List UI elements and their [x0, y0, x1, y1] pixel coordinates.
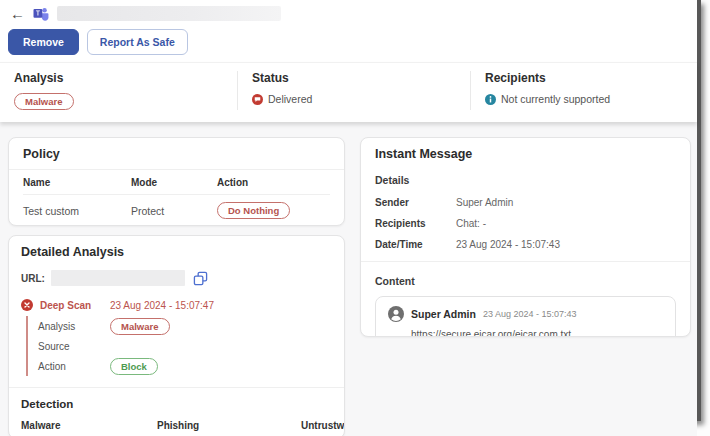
recipients-field: Recipients Chat: - [375, 213, 676, 234]
policy-col-mode: Mode [131, 177, 217, 188]
instant-message-card: Instant Message Details Sender Super Adm… [360, 137, 691, 337]
delivered-status-icon [252, 94, 263, 105]
scan-malware-badge: Malware [110, 318, 170, 335]
policy-title: Policy [9, 147, 344, 161]
scan-source-label: Source [38, 341, 110, 352]
details-label: Details [375, 174, 676, 186]
scan-analysis-row: Analysis Malware [38, 316, 332, 336]
recipients-value: Chat: - [456, 218, 676, 229]
app-window: ← Remove Report As Safe Analysis Malware… [0, 0, 701, 421]
scan-block-badge: Block [110, 358, 158, 375]
instant-message-title: Instant Message [375, 147, 676, 161]
detection-title: Detection [21, 398, 332, 410]
scan-action-row: Action Block [38, 356, 332, 376]
detailed-analysis-title: Detailed Analysis [21, 245, 332, 259]
message-author: Super Admin [411, 308, 476, 320]
status-value: Delivered [268, 93, 312, 105]
back-arrow-icon[interactable]: ← [10, 6, 25, 21]
datetime-value: 23 Aug 2024 - 15:07:43 [456, 239, 676, 250]
deep-scan-header: Deep Scan 23 Aug 2024 - 15:07:47 [21, 299, 332, 311]
details-fields: Sender Super Admin Recipients Chat: - Da… [375, 192, 676, 255]
summary-band: Analysis Malware Status Delivered Recipi… [0, 62, 697, 122]
scan-action-label: Action [38, 361, 110, 372]
policy-table-header: Name Mode Action [23, 170, 330, 195]
policy-card: Policy Name Mode Action Test custom Prot… [8, 137, 345, 226]
content-label: Content [375, 275, 676, 287]
copy-url-icon[interactable] [193, 271, 208, 286]
summary-recipients: Recipients Not currently supported [470, 71, 697, 110]
message-text: https://secure.eicar.org/eicar.com.txt [411, 329, 663, 337]
remove-button[interactable]: Remove [8, 29, 79, 55]
summary-status: Status Delivered [237, 71, 470, 110]
left-column: Policy Name Mode Action Test custom Prot… [8, 137, 345, 436]
sender-field: Sender Super Admin [375, 192, 676, 213]
message-header: Super Admin 23 Aug 2024 - 15:07:43 [388, 306, 663, 322]
datetime-label: Date/Time [375, 239, 456, 250]
recipients-value: Not currently supported [501, 93, 610, 105]
detection-untrustworthy: Untrustworthy No Detection [301, 420, 345, 436]
policy-table: Name Mode Action Test custom Protect Do … [9, 170, 344, 219]
action-buttons: Remove Report As Safe [0, 24, 697, 62]
detailed-analysis-card: Detailed Analysis URL: [8, 235, 345, 436]
avatar-icon [388, 306, 404, 322]
policy-col-action: Action [217, 177, 330, 188]
divider [9, 387, 344, 388]
redacted-window-title [57, 6, 281, 21]
url-label: URL: [21, 273, 45, 284]
policy-mode-value: Protect [131, 205, 217, 217]
do-nothing-badge: Do Nothing [217, 202, 290, 219]
deep-scan-details: Analysis Malware Source Action Block [26, 316, 332, 376]
analysis-malware-badge: Malware [14, 93, 74, 110]
datetime-field: Date/Time 23 Aug 2024 - 15:07:43 [375, 234, 676, 255]
sender-label: Sender [375, 197, 456, 208]
detection-malware: Malware Detected [21, 420, 157, 436]
detection-phishing-label: Phishing [157, 420, 301, 431]
info-icon [485, 94, 496, 105]
url-row: URL: [21, 270, 332, 286]
message-datetime: 23 Aug 2024 - 15:07:43 [483, 309, 577, 319]
sender-value: Super Admin [456, 197, 676, 208]
deep-scan-label: Deep Scan [40, 300, 110, 311]
analysis-label: Analysis [14, 71, 237, 85]
redacted-url-value [51, 270, 185, 286]
scan-source-row: Source [38, 336, 332, 356]
detection-untrustworthy-label: Untrustworthy [301, 420, 345, 431]
status-label: Status [252, 71, 470, 85]
policy-table-row: Test custom Protect Do Nothing [23, 195, 330, 219]
error-circle-icon [21, 299, 40, 311]
ms-teams-icon [33, 6, 49, 21]
message-card: Super Admin 23 Aug 2024 - 15:07:43 https… [375, 296, 676, 337]
summary-analysis: Analysis Malware [0, 71, 237, 110]
recipients-label: Recipients [375, 218, 456, 229]
recipients-label: Recipients [485, 71, 697, 85]
topbar: ← [0, 0, 697, 24]
scan-analysis-label: Analysis [38, 321, 110, 332]
deep-scan-datetime: 23 Aug 2024 - 15:07:47 [110, 300, 332, 311]
main-content: Policy Name Mode Action Test custom Prot… [0, 122, 697, 436]
detection-malware-label: Malware [21, 420, 157, 431]
report-as-safe-button[interactable]: Report As Safe [87, 29, 188, 55]
detection-grid: Malware Detected Phishin [21, 420, 332, 436]
policy-name-value: Test custom [23, 205, 131, 217]
policy-col-name: Name [23, 177, 131, 188]
divider [361, 261, 690, 262]
detection-phishing: Phishing No Detection [157, 420, 301, 436]
